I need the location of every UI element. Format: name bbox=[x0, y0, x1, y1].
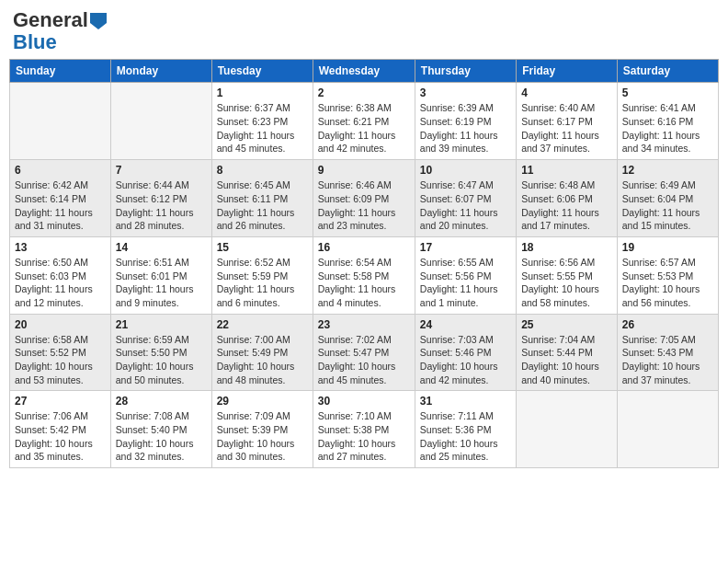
calendar-cell: 10Sunrise: 6:47 AM Sunset: 6:07 PM Dayli… bbox=[415, 160, 516, 237]
calendar-cell bbox=[617, 391, 718, 468]
day-number: 7 bbox=[116, 164, 207, 177]
calendar-cell: 17Sunrise: 6:55 AM Sunset: 5:56 PM Dayli… bbox=[415, 236, 516, 314]
cell-info: Sunrise: 6:37 AM Sunset: 6:23 PM Dayligh… bbox=[217, 101, 308, 155]
calendar-cell: 11Sunrise: 6:48 AM Sunset: 6:06 PM Dayli… bbox=[517, 160, 618, 237]
day-number: 17 bbox=[420, 241, 511, 254]
cell-info: Sunrise: 6:41 AM Sunset: 6:16 PM Dayligh… bbox=[622, 101, 713, 155]
cell-info: Sunrise: 6:46 AM Sunset: 6:09 PM Dayligh… bbox=[318, 178, 410, 233]
day-number: 11 bbox=[521, 164, 612, 177]
cell-info: Sunrise: 7:04 AM Sunset: 5:44 PM Dayligh… bbox=[521, 333, 612, 387]
calendar-cell: 23Sunrise: 7:02 AM Sunset: 5:47 PM Dayli… bbox=[313, 314, 415, 391]
calendar-cell: 28Sunrise: 7:08 AM Sunset: 5:40 PM Dayli… bbox=[110, 391, 211, 468]
calendar-cell: 19Sunrise: 6:57 AM Sunset: 5:53 PM Dayli… bbox=[617, 236, 718, 314]
day-number: 28 bbox=[116, 395, 207, 408]
cell-info: Sunrise: 7:11 AM Sunset: 5:36 PM Dayligh… bbox=[420, 409, 511, 464]
day-number: 13 bbox=[15, 241, 106, 254]
cell-info: Sunrise: 7:05 AM Sunset: 5:43 PM Dayligh… bbox=[622, 333, 713, 387]
day-number: 26 bbox=[622, 318, 713, 331]
cell-info: Sunrise: 6:47 AM Sunset: 6:07 PM Dayligh… bbox=[420, 178, 511, 233]
day-header-friday: Friday bbox=[517, 60, 618, 83]
day-header-wednesday: Wednesday bbox=[313, 60, 415, 83]
cell-info: Sunrise: 7:06 AM Sunset: 5:42 PM Dayligh… bbox=[15, 409, 106, 464]
page-header: General Blue bbox=[9, 9, 719, 53]
day-number: 6 bbox=[15, 164, 106, 177]
calendar-cell: 15Sunrise: 6:52 AM Sunset: 5:59 PM Dayli… bbox=[211, 236, 313, 314]
calendar-table: SundayMondayTuesdayWednesdayThursdayFrid… bbox=[9, 59, 719, 468]
day-number: 22 bbox=[217, 318, 308, 331]
day-number: 3 bbox=[420, 86, 511, 99]
day-number: 4 bbox=[521, 86, 612, 99]
cell-info: Sunrise: 6:49 AM Sunset: 6:04 PM Dayligh… bbox=[622, 178, 713, 233]
cell-info: Sunrise: 6:50 AM Sunset: 6:03 PM Dayligh… bbox=[15, 256, 106, 310]
calendar-cell: 9Sunrise: 6:46 AM Sunset: 6:09 PM Daylig… bbox=[313, 160, 415, 237]
day-number: 10 bbox=[420, 164, 511, 177]
calendar-cell: 13Sunrise: 6:50 AM Sunset: 6:03 PM Dayli… bbox=[10, 236, 111, 314]
day-number: 12 bbox=[622, 164, 713, 177]
calendar-cell: 14Sunrise: 6:51 AM Sunset: 6:01 PM Dayli… bbox=[110, 236, 211, 314]
calendar-cell: 21Sunrise: 6:59 AM Sunset: 5:50 PM Dayli… bbox=[110, 314, 211, 391]
cell-info: Sunrise: 6:51 AM Sunset: 6:01 PM Dayligh… bbox=[116, 256, 207, 310]
cell-info: Sunrise: 7:10 AM Sunset: 5:38 PM Dayligh… bbox=[318, 409, 410, 464]
day-header-tuesday: Tuesday bbox=[211, 60, 313, 83]
day-number: 5 bbox=[622, 86, 713, 99]
day-number: 15 bbox=[217, 241, 308, 254]
day-header-thursday: Thursday bbox=[415, 60, 516, 83]
cell-info: Sunrise: 6:48 AM Sunset: 6:06 PM Dayligh… bbox=[521, 178, 612, 233]
calendar-cell: 29Sunrise: 7:09 AM Sunset: 5:39 PM Dayli… bbox=[211, 391, 313, 468]
day-number: 29 bbox=[217, 395, 308, 408]
day-number: 14 bbox=[116, 241, 207, 254]
logo: General Blue bbox=[13, 9, 107, 53]
cell-info: Sunrise: 6:52 AM Sunset: 5:59 PM Dayligh… bbox=[217, 256, 308, 310]
calendar-cell: 4Sunrise: 6:40 AM Sunset: 6:17 PM Daylig… bbox=[517, 83, 618, 160]
calendar-cell: 6Sunrise: 6:42 AM Sunset: 6:14 PM Daylig… bbox=[10, 160, 111, 237]
day-number: 2 bbox=[318, 86, 410, 99]
cell-info: Sunrise: 6:40 AM Sunset: 6:17 PM Dayligh… bbox=[521, 101, 612, 155]
calendar-cell: 31Sunrise: 7:11 AM Sunset: 5:36 PM Dayli… bbox=[415, 391, 516, 468]
calendar-cell: 1Sunrise: 6:37 AM Sunset: 6:23 PM Daylig… bbox=[211, 83, 313, 160]
cell-info: Sunrise: 6:45 AM Sunset: 6:11 PM Dayligh… bbox=[217, 178, 308, 233]
day-number: 20 bbox=[15, 318, 106, 331]
calendar-cell bbox=[517, 391, 618, 468]
cell-info: Sunrise: 6:44 AM Sunset: 6:12 PM Dayligh… bbox=[116, 178, 207, 233]
calendar-cell: 8Sunrise: 6:45 AM Sunset: 6:11 PM Daylig… bbox=[211, 160, 313, 237]
calendar-cell: 30Sunrise: 7:10 AM Sunset: 5:38 PM Dayli… bbox=[313, 391, 415, 468]
day-number: 23 bbox=[318, 318, 410, 331]
day-number: 18 bbox=[521, 241, 612, 254]
day-number: 27 bbox=[15, 395, 106, 408]
day-number: 8 bbox=[217, 164, 308, 177]
calendar-cell: 2Sunrise: 6:38 AM Sunset: 6:21 PM Daylig… bbox=[313, 83, 415, 160]
calendar-cell: 20Sunrise: 6:58 AM Sunset: 5:52 PM Dayli… bbox=[10, 314, 111, 391]
calendar-cell: 5Sunrise: 6:41 AM Sunset: 6:16 PM Daylig… bbox=[617, 83, 718, 160]
day-header-sunday: Sunday bbox=[10, 60, 111, 83]
calendar-cell: 3Sunrise: 6:39 AM Sunset: 6:19 PM Daylig… bbox=[415, 83, 516, 160]
cell-info: Sunrise: 6:56 AM Sunset: 5:55 PM Dayligh… bbox=[521, 256, 612, 310]
calendar-cell: 25Sunrise: 7:04 AM Sunset: 5:44 PM Dayli… bbox=[517, 314, 618, 391]
cell-info: Sunrise: 7:03 AM Sunset: 5:46 PM Dayligh… bbox=[420, 333, 511, 387]
day-number: 21 bbox=[116, 318, 207, 331]
day-number: 1 bbox=[217, 86, 308, 99]
day-number: 16 bbox=[318, 241, 410, 254]
cell-info: Sunrise: 7:02 AM Sunset: 5:47 PM Dayligh… bbox=[318, 333, 410, 387]
cell-info: Sunrise: 6:38 AM Sunset: 6:21 PM Dayligh… bbox=[318, 101, 410, 155]
cell-info: Sunrise: 6:54 AM Sunset: 5:58 PM Dayligh… bbox=[318, 256, 410, 310]
calendar-cell: 16Sunrise: 6:54 AM Sunset: 5:58 PM Dayli… bbox=[313, 236, 415, 314]
calendar-cell: 18Sunrise: 6:56 AM Sunset: 5:55 PM Dayli… bbox=[517, 236, 618, 314]
cell-info: Sunrise: 6:42 AM Sunset: 6:14 PM Dayligh… bbox=[15, 178, 106, 233]
day-number: 9 bbox=[318, 164, 410, 177]
cell-info: Sunrise: 6:55 AM Sunset: 5:56 PM Dayligh… bbox=[420, 256, 511, 310]
day-number: 31 bbox=[420, 395, 511, 408]
calendar-cell bbox=[10, 83, 111, 160]
day-number: 25 bbox=[521, 318, 612, 331]
calendar-cell bbox=[110, 83, 211, 160]
calendar-cell: 24Sunrise: 7:03 AM Sunset: 5:46 PM Dayli… bbox=[415, 314, 516, 391]
cell-info: Sunrise: 6:59 AM Sunset: 5:50 PM Dayligh… bbox=[116, 333, 207, 387]
calendar-cell: 22Sunrise: 7:00 AM Sunset: 5:49 PM Dayli… bbox=[211, 314, 313, 391]
day-header-monday: Monday bbox=[110, 60, 211, 83]
day-header-saturday: Saturday bbox=[617, 60, 718, 83]
day-number: 19 bbox=[622, 241, 713, 254]
svg-marker-0 bbox=[90, 13, 107, 29]
calendar-cell: 7Sunrise: 6:44 AM Sunset: 6:12 PM Daylig… bbox=[110, 160, 211, 237]
cell-info: Sunrise: 6:39 AM Sunset: 6:19 PM Dayligh… bbox=[420, 101, 511, 155]
cell-info: Sunrise: 7:08 AM Sunset: 5:40 PM Dayligh… bbox=[116, 409, 207, 464]
calendar-cell: 27Sunrise: 7:06 AM Sunset: 5:42 PM Dayli… bbox=[10, 391, 111, 468]
